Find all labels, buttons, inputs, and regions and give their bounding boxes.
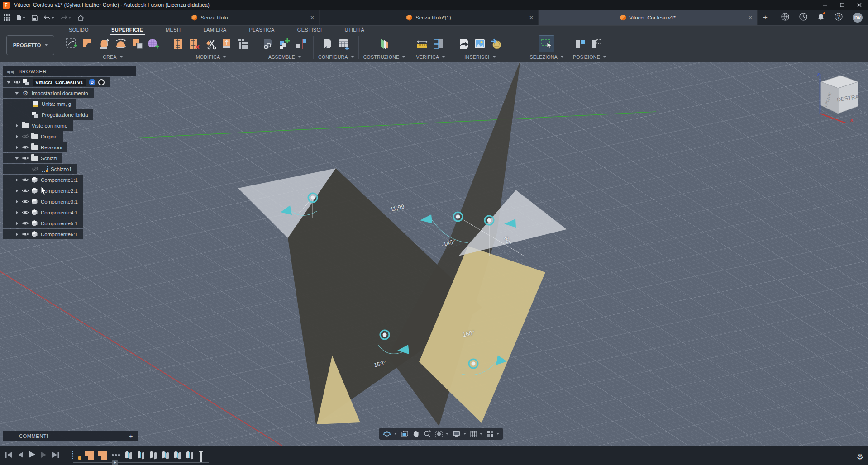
extrude-button[interactable]: [97, 35, 112, 52]
avatar[interactable]: DV: [853, 13, 863, 23]
browser-item-doc-settings[interactable]: ⚙ Impostazioni documento: [3, 88, 94, 98]
chevron-right-icon[interactable]: [14, 177, 21, 183]
chevron-right-icon[interactable]: [14, 199, 21, 205]
timeline-surface-feature[interactable]: [85, 451, 94, 460]
timeline-joint-feature[interactable]: [149, 451, 157, 460]
posizione-dropdown[interactable]: POSIZIONE: [573, 53, 606, 61]
tab-mesh[interactable]: MESH: [164, 26, 182, 35]
viewports-button[interactable]: [486, 431, 499, 437]
close-tab-icon[interactable]: ✕: [310, 14, 315, 21]
eye-icon[interactable]: [21, 199, 30, 204]
joint-button[interactable]: [293, 35, 309, 52]
browser-item-root[interactable]: Vitucci_CorJesu v1 D: [3, 77, 110, 87]
default-config-badge[interactable]: D: [89, 79, 95, 85]
timeline-position-marker[interactable]: [198, 451, 204, 462]
modifica-dropdown[interactable]: MODIFICA: [196, 53, 226, 61]
new-tab-button[interactable]: +: [758, 10, 773, 25]
chevron-down-icon[interactable]: [14, 90, 21, 96]
browser-item-component2[interactable]: Componente2:1: [3, 185, 83, 196]
close-tab-icon[interactable]: ✕: [529, 14, 534, 21]
chevron-right-icon[interactable]: [14, 220, 21, 227]
construction-plane-button[interactable]: [377, 35, 392, 52]
tab-lamiera[interactable]: LAMIERA: [201, 26, 228, 35]
browser-item-sketches[interactable]: Schizzi: [3, 153, 62, 163]
browser-item-component5[interactable]: Componente5:1: [3, 218, 83, 228]
help-icon[interactable]: ?: [835, 13, 843, 23]
eye-icon[interactable]: [21, 221, 30, 226]
timeline-insert-marker[interactable]: +: [112, 460, 118, 465]
browser-item-component3[interactable]: Componente3:1: [3, 196, 83, 207]
comments-bar[interactable]: COMMENTI +: [3, 431, 138, 441]
costruzione-dropdown[interactable]: COSTRUZIONE: [363, 53, 405, 61]
maximize-button[interactable]: [834, 0, 851, 10]
zoom-button[interactable]: [424, 430, 431, 437]
browser-item-units[interactable]: Unità: mm, g: [3, 99, 76, 109]
browser-item-hybrid-design[interactable]: Progettazione ibrida: [3, 109, 93, 120]
eye-off-icon[interactable]: [21, 134, 30, 139]
chevron-right-icon[interactable]: [14, 123, 21, 129]
position-capture-button[interactable]: [574, 35, 589, 52]
timeline-collapsed-features[interactable]: [111, 451, 121, 460]
assemble-dropdown[interactable]: ASSEMBLE: [268, 53, 301, 61]
position-revert-button[interactable]: [590, 35, 606, 52]
undo-button[interactable]: [44, 15, 54, 20]
create-sketch-button[interactable]: [64, 35, 80, 52]
save-button[interactable]: [32, 15, 38, 21]
measure-button[interactable]: [415, 35, 430, 52]
trim-button[interactable]: [203, 35, 219, 52]
eye-icon[interactable]: [21, 188, 30, 193]
eye-off-icon[interactable]: [31, 166, 40, 171]
configure-button[interactable]: [320, 35, 335, 52]
browser-item-relations[interactable]: Relazioni: [3, 142, 67, 152]
tab-gestisci[interactable]: GESTISCI: [296, 26, 324, 35]
inserisci-dropdown[interactable]: INSERISCI: [464, 53, 495, 61]
tab-solido[interactable]: SOLIDO: [67, 26, 91, 35]
chevron-right-icon[interactable]: [14, 133, 21, 140]
chevron-right-icon[interactable]: [14, 231, 21, 237]
tab-utilita[interactable]: UTILITÀ: [343, 26, 366, 35]
orbit-button[interactable]: [383, 430, 397, 437]
canvas-button[interactable]: [472, 35, 487, 52]
crea-dropdown[interactable]: CREA: [103, 53, 122, 61]
timeline-joint-feature[interactable]: [161, 451, 170, 460]
link-component-button[interactable]: [261, 35, 276, 52]
project-dropdown-button[interactable]: PROGETTO: [6, 35, 54, 55]
merge-button[interactable]: [171, 35, 186, 52]
patch-button[interactable]: [81, 35, 96, 52]
view-cube[interactable]: DESTRA FRONTE Z X: [806, 70, 864, 123]
file-menu-button[interactable]: [16, 14, 25, 21]
create-form-button[interactable]: [146, 35, 161, 52]
display-settings-button[interactable]: [453, 431, 466, 437]
eye-icon[interactable]: [21, 177, 30, 182]
chevron-right-icon[interactable]: [14, 209, 21, 216]
derive-button[interactable]: [456, 35, 471, 52]
app-grid-icon[interactable]: [4, 14, 10, 21]
minimize-panel-icon[interactable]: —: [126, 69, 131, 74]
tab-plastica[interactable]: PLASTICA: [247, 26, 276, 35]
extensions-icon[interactable]: [781, 13, 789, 23]
browser-header[interactable]: ◀◀ BROWSER —: [3, 66, 136, 76]
eye-icon[interactable]: [21, 156, 30, 161]
chevron-down-icon[interactable]: [14, 155, 21, 161]
section-analysis-button[interactable]: [431, 35, 446, 52]
timeline-joint-feature[interactable]: [173, 451, 182, 460]
browser-item-component6[interactable]: Componente6:1: [3, 229, 83, 239]
timeline-track[interactable]: [73, 462, 209, 463]
seleziona-dropdown[interactable]: SELEZIONA: [529, 53, 563, 61]
eye-icon[interactable]: [21, 145, 30, 150]
new-component-button[interactable]: [277, 35, 292, 52]
look-at-button[interactable]: [401, 431, 409, 437]
configuration-table-button[interactable]: [336, 35, 352, 52]
timeline-joint-feature[interactable]: [137, 451, 145, 460]
browser-item-named-views[interactable]: Viste con nome: [3, 120, 73, 131]
eye-icon[interactable]: [21, 210, 30, 215]
stitch-button[interactable]: [236, 35, 251, 52]
browser-item-origin[interactable]: Origine: [3, 131, 63, 142]
document-tab-2[interactable]: Senza titolo*(1) ✕: [320, 10, 539, 25]
verifica-dropdown[interactable]: VERIFICA: [416, 53, 445, 61]
home-icon[interactable]: [77, 15, 84, 21]
step-forward-button[interactable]: [41, 451, 47, 460]
timeline-joint-feature[interactable]: [186, 451, 194, 460]
grid-settings-button[interactable]: [470, 431, 482, 437]
tab-superficie[interactable]: SUPERFICIE: [110, 26, 145, 35]
